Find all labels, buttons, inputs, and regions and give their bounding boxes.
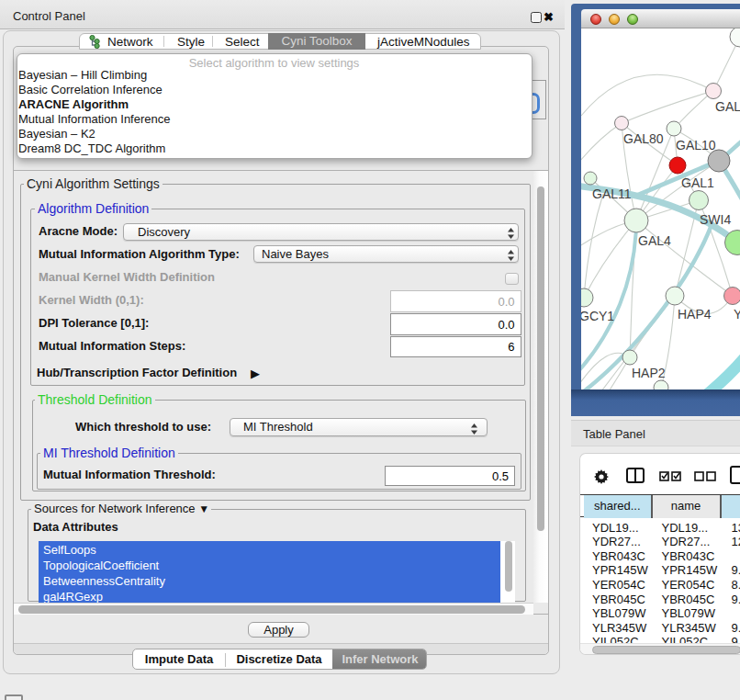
svg-text:GCY1: GCY1 [581, 309, 614, 323]
svg-text:GAL2: GAL2 [715, 99, 740, 114]
svg-text:GAL1: GAL1 [681, 175, 714, 190]
svg-text:SWI4: SWI4 [700, 212, 731, 227]
svg-text:GAL80: GAL80 [623, 131, 664, 146]
svg-text:GAL11: GAL11 [592, 186, 632, 201]
svg-text:YM: YM [734, 307, 740, 322]
svg-text:HAP2: HAP2 [632, 366, 666, 380]
svg-text:GAL4: GAL4 [638, 233, 671, 248]
svg-text:HAP4: HAP4 [678, 307, 712, 322]
svg-text:GAL10: GAL10 [676, 138, 716, 152]
